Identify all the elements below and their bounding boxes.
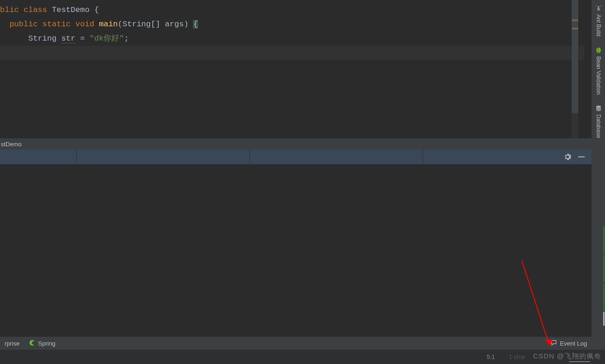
status-extra[interactable]: 1 char [509, 353, 526, 360]
tool-label: Database [595, 114, 602, 138]
database-icon [595, 105, 602, 112]
tool-label: Bean Validation [595, 56, 602, 95]
tool-label: Ant Build [595, 14, 602, 36]
current-line-highlight [0, 46, 584, 60]
right-indicator [602, 226, 605, 337]
header-segment[interactable] [77, 149, 250, 164]
bottom-tool-strip: rprise Spring Event Log [0, 337, 592, 350]
keyword: public [9, 20, 37, 29]
keyword: class [24, 6, 47, 14]
tool-event-log[interactable]: Event Log [546, 340, 592, 347]
tool-spring[interactable]: Spring [24, 340, 60, 347]
header-segment[interactable] [250, 149, 423, 164]
svg-point-1 [598, 6, 599, 8]
gear-icon[interactable] [564, 153, 571, 161]
keyword: static [42, 20, 71, 29]
ant-icon [595, 5, 602, 12]
svg-rect-0 [578, 156, 585, 157]
tool-label: rprise [5, 340, 20, 347]
status-bar: 5:1 1 char [0, 350, 605, 364]
tool-java-enterprise[interactable]: rprise [0, 340, 24, 347]
encoding-indicator[interactable] [569, 361, 590, 362]
cursor-position[interactable]: 5:1 [487, 353, 495, 360]
tool-label: Event Log [560, 340, 587, 347]
keyword: blic [0, 6, 19, 14]
keyword: void [75, 20, 94, 29]
breadcrumb-strip: stDemo [0, 138, 592, 149]
method-name: main [99, 20, 118, 29]
minimize-icon[interactable] [578, 153, 585, 161]
vertical-scrollbar[interactable] [572, 0, 578, 113]
tool-window-body[interactable] [0, 164, 592, 337]
leaf-icon [29, 340, 36, 347]
svg-line-4 [600, 6, 601, 6]
tool-database[interactable]: Database [595, 105, 602, 138]
tool-ant-build[interactable]: Ant Build [595, 5, 602, 36]
breadcrumb-item[interactable]: stDemo [1, 141, 22, 148]
chat-icon [551, 340, 557, 347]
header-segment[interactable] [0, 149, 77, 164]
code-editor[interactable]: blic class TestDemo { public static void… [0, 0, 592, 138]
tool-bean-validation[interactable]: Bean Validation [595, 47, 602, 95]
svg-point-2 [597, 8, 600, 11]
tool-label: Spring [38, 340, 56, 347]
bean-icon [595, 47, 602, 54]
tool-window-header [0, 149, 592, 164]
variable: str [61, 34, 76, 43]
svg-line-3 [596, 6, 597, 6]
string-literal: "dk你好" [90, 34, 124, 43]
class-name: TestDemo [52, 6, 90, 14]
svg-point-7 [596, 106, 601, 107]
brace-highlight: { [193, 20, 198, 29]
